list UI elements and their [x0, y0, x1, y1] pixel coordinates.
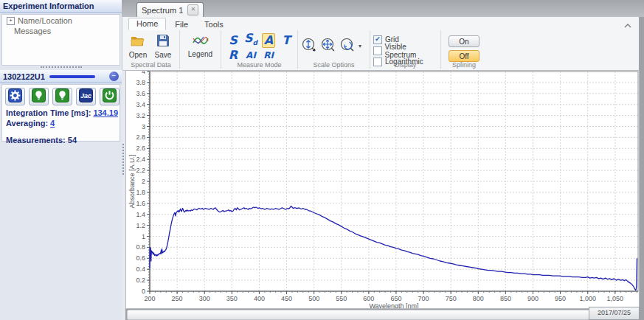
- jac-icon: Jac: [79, 88, 93, 105]
- legend-button[interactable]: Legend: [184, 32, 218, 60]
- svg-text:0: 0: [142, 288, 145, 295]
- svg-text:900: 900: [527, 295, 539, 302]
- gear-icon: [8, 88, 22, 105]
- expand-icon[interactable]: +: [7, 17, 15, 25]
- chart-horizontal-scrollbar[interactable]: [127, 310, 640, 320]
- group-spectral-data: Open Save Spectral Data: [122, 30, 180, 69]
- averaging-field: Averaging: 4: [6, 118, 120, 128]
- svg-text:650: 650: [390, 295, 401, 302]
- svg-text:1,050: 1,050: [607, 295, 624, 302]
- svg-text:200: 200: [144, 295, 155, 302]
- svg-text:0.6: 0.6: [136, 254, 145, 262]
- ribbon-tab-tools[interactable]: Tools: [197, 19, 231, 30]
- checkbox-visible-spectrum-box[interactable]: [373, 46, 382, 55]
- svg-text:3.4: 3.4: [136, 101, 145, 108]
- measure-mode-s-button[interactable]: S: [226, 33, 240, 48]
- zoom-out-icon: [339, 44, 356, 55]
- svg-text:1.2: 1.2: [136, 222, 145, 229]
- checkbox-visible-spectrum[interactable]: Visible Spectrum: [373, 45, 437, 56]
- ribbon-tab-home[interactable]: Home: [128, 18, 166, 30]
- group-measure-mode: SSdATRAIRI Measure Mode: [221, 30, 298, 69]
- scale-y-axis-button[interactable]: [301, 37, 317, 55]
- tree-item-label: Messages: [14, 27, 51, 35]
- measurements-field: Measurements: 54: [6, 135, 120, 145]
- collapse-device-button[interactable]: −: [109, 72, 119, 81]
- svg-text:2: 2: [142, 178, 145, 185]
- zoom-options-button[interactable]: [339, 37, 356, 55]
- svg-text:450: 450: [281, 295, 292, 302]
- autoscale-button[interactable]: [320, 37, 336, 55]
- checkbox-grid-box[interactable]: ✔: [373, 35, 382, 44]
- svg-text:Absorbance [A.U.]: Absorbance [A.U.]: [128, 154, 136, 208]
- group-label-display: Display: [370, 61, 440, 69]
- splining-off-button[interactable]: Off: [449, 50, 479, 62]
- svg-text:3: 3: [142, 123, 145, 131]
- series-spectrum-1: [150, 206, 637, 291]
- jac-button[interactable]: Jac: [76, 88, 96, 105]
- svg-text:850: 850: [500, 295, 511, 302]
- tab-spectrum-1[interactable]: Spectrum 1 ✕: [136, 2, 204, 17]
- open-button[interactable]: Open: [125, 32, 150, 60]
- svg-text:0.2: 0.2: [136, 276, 145, 284]
- power-button[interactable]: [100, 88, 120, 105]
- tree-item-messages[interactable]: Messages: [2, 25, 120, 35]
- measure-mode-a-button[interactable]: A: [262, 33, 275, 48]
- svg-text:0.4: 0.4: [136, 265, 145, 273]
- integration-time-field: Integration Time [ms]: 134.19: [6, 108, 120, 118]
- zoom-options-dropdown-icon[interactable]: ▾: [359, 43, 361, 49]
- svg-text:0.8: 0.8: [136, 243, 145, 251]
- power-icon: [103, 88, 117, 105]
- measure-mode-ri-button[interactable]: RI: [261, 48, 276, 63]
- svg-text:1.8: 1.8: [136, 189, 145, 196]
- measure-mode-t-button[interactable]: T: [280, 33, 293, 48]
- autoscale-icon: [320, 44, 336, 55]
- group-legend: Legend: [180, 30, 221, 69]
- measure-mode-r-button[interactable]: R: [226, 48, 240, 63]
- device-card: Jac Integration Time [ms]: 134.19Averagi…: [1, 84, 120, 142]
- scale-y-axis-icon: [301, 44, 317, 55]
- svg-text:Jac: Jac: [80, 92, 91, 100]
- ribbon-tab-file[interactable]: File: [167, 19, 195, 30]
- device-id: 1302122U1: [0, 72, 45, 81]
- svg-text:300: 300: [199, 295, 210, 302]
- close-tab-icon[interactable]: ✕: [187, 4, 198, 15]
- svg-text:3.2: 3.2: [136, 112, 145, 119]
- group-label-spectral-data: Spectral Data: [122, 61, 179, 69]
- measure-mode-ai-button[interactable]: AI: [243, 48, 258, 63]
- group-label-splining: Splining: [441, 61, 487, 69]
- checkbox-visible-spectrum-label: Visible Spectrum: [385, 43, 437, 59]
- ribbon-body: Open Save Spectral Data: [122, 30, 639, 69]
- group-label-measure-mode: Measure Mode: [221, 61, 297, 69]
- group-scale-options: ▾ Scale Options: [298, 30, 370, 69]
- settings-button[interactable]: [5, 88, 25, 105]
- svg-text:2.6: 2.6: [136, 145, 145, 152]
- tab-spectrum-1-label: Spectrum 1: [142, 6, 183, 15]
- svg-text:750: 750: [446, 295, 457, 302]
- svg-text:600: 600: [363, 295, 374, 302]
- ribbon-tab-row: Home File Tools: [122, 17, 639, 30]
- svg-text:800: 800: [473, 295, 484, 302]
- horizontal-splitter[interactable]: [0, 65, 122, 69]
- averaging-value[interactable]: 4: [50, 119, 55, 128]
- svg-text:1.6: 1.6: [136, 200, 145, 207]
- svg-text:3.8: 3.8: [136, 79, 145, 86]
- svg-text:1,000: 1,000: [579, 295, 596, 302]
- collapse-ribbon-icon[interactable]: [623, 20, 633, 29]
- save-button[interactable]: Save: [150, 32, 176, 60]
- measurements-label: Measurements:: [6, 136, 68, 145]
- experiment-panel-header: Experiment Information: [0, 0, 122, 13]
- date-badge: 2017/07/25: [589, 307, 640, 320]
- ribbon: Home File Tools Open: [122, 17, 639, 71]
- spectrum-chart[interactable]: 00.20.40.60.811.21.41.61.822.22.42.62.83…: [126, 71, 639, 311]
- lamp-b-button[interactable]: [52, 88, 72, 105]
- integration-time-value[interactable]: 134.19: [93, 108, 118, 117]
- device-status-line: [49, 75, 95, 78]
- tree-item-name-location[interactable]: +Name/Location: [2, 15, 120, 25]
- splining-on-button[interactable]: On: [449, 35, 479, 47]
- svg-text:4: 4: [142, 71, 145, 75]
- spectrum-chart-panel: 00.20.40.60.811.21.41.61.822.22.42.62.83…: [125, 70, 640, 309]
- experiment-tree: +Name/LocationMessages: [1, 14, 120, 66]
- open-folder-icon: [130, 34, 146, 49]
- group-display: ✔GridVisible SpectrumLogarithmic Display: [370, 30, 441, 69]
- lamp-a-button[interactable]: [29, 88, 49, 105]
